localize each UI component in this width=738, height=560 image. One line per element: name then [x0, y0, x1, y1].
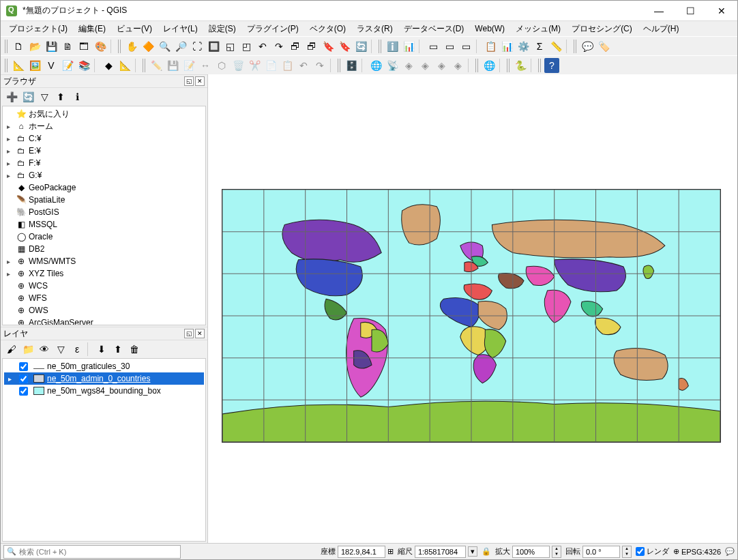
new-project-icon[interactable]: 🗋: [11, 39, 26, 54]
new-shp-icon[interactable]: 📐: [117, 58, 132, 73]
zoom-layer-icon[interactable]: ◰: [239, 39, 254, 54]
topo-icon[interactable]: ◈: [401, 58, 416, 73]
browser-item[interactable]: ▸🗀C:¥: [4, 132, 204, 145]
browser-item[interactable]: ▸⌂ホーム: [4, 120, 204, 132]
save-edits-icon[interactable]: 💾: [165, 58, 180, 73]
add-csv-icon[interactable]: 📝: [60, 58, 75, 73]
layers-style-icon[interactable]: 🖌: [4, 342, 19, 357]
rot-input[interactable]: [582, 546, 620, 558]
mag-spinner[interactable]: ▲▼: [552, 546, 561, 558]
topo3-icon[interactable]: ◈: [434, 58, 449, 73]
menu-layer[interactable]: レイヤ(L): [158, 22, 203, 36]
processing-icon[interactable]: ⚙️: [516, 39, 531, 54]
gps-icon[interactable]: 📡: [385, 58, 400, 73]
new-mapview-icon[interactable]: 🗗: [288, 39, 303, 54]
browser-item[interactable]: ◆GeoPackage: [4, 181, 204, 194]
delete-selected-icon[interactable]: 🗑️: [231, 58, 246, 73]
toolbar-grip[interactable]: [5, 40, 9, 53]
add-virtual-icon[interactable]: 📚: [76, 58, 91, 73]
pan-selection-icon[interactable]: 🔶: [141, 39, 156, 54]
zoom-out-icon[interactable]: 🔎: [173, 39, 188, 54]
menu-plugins[interactable]: プラグイン(P): [241, 22, 304, 36]
add-mesh-icon[interactable]: V: [44, 58, 59, 73]
menu-vector[interactable]: ベクタ(O): [304, 22, 351, 36]
browser-item[interactable]: ◧MSSQL: [4, 218, 204, 231]
refresh-icon[interactable]: 🔄: [353, 39, 368, 54]
menu-view[interactable]: ビュー(V): [111, 22, 158, 36]
map-frame[interactable]: [222, 189, 721, 443]
layers-tree[interactable]: ne_50m_graticules_30▸ne_50m_admin_0_coun…: [2, 358, 206, 542]
browser-item[interactable]: ⭐お気に入り: [4, 108, 204, 120]
maptips-icon[interactable]: 💬: [580, 39, 595, 54]
menu-web[interactable]: Web(W): [469, 23, 510, 35]
identify-icon[interactable]: ℹ️: [385, 39, 400, 54]
new-3dview-icon[interactable]: 🗗: [304, 39, 319, 54]
zoom-last-icon[interactable]: ↶: [255, 39, 270, 54]
browser-item[interactable]: ⊕WCS: [4, 280, 204, 292]
layers-remove-icon[interactable]: 🗑: [127, 342, 142, 357]
search-input[interactable]: [16, 546, 177, 558]
layer-visibility-checkbox[interactable]: [19, 362, 28, 371]
layers-add-group-icon[interactable]: 📁: [20, 342, 35, 357]
copy-icon[interactable]: 📄: [263, 58, 278, 73]
menu-mesh[interactable]: メッシュ(M): [510, 22, 566, 36]
render-checkbox[interactable]: [636, 547, 645, 556]
measure-icon[interactable]: 📏: [548, 39, 563, 54]
open-project-icon[interactable]: 📂: [27, 39, 42, 54]
toolbar-grip[interactable]: [143, 59, 147, 72]
layers-expand-icon[interactable]: ⬇: [94, 342, 109, 357]
zoom-in-icon[interactable]: 🔍: [157, 39, 172, 54]
toolbar-grip[interactable]: [475, 59, 479, 72]
menu-settings[interactable]: 設定(S): [203, 22, 241, 36]
mag-input[interactable]: [512, 546, 550, 558]
add-feature-icon[interactable]: 📝: [181, 58, 196, 73]
browser-item[interactable]: ◯Oracle: [4, 231, 204, 243]
metasearch-icon[interactable]: 🌐: [482, 58, 497, 73]
toolbar-grip[interactable]: [507, 59, 511, 72]
db-manager-icon[interactable]: 🗄️: [344, 58, 359, 73]
redo-icon[interactable]: ↷: [312, 58, 327, 73]
maximize-button[interactable]: ☐: [675, 1, 706, 21]
toolbar-grip[interactable]: [379, 40, 383, 53]
attribute-table-icon[interactable]: 📋: [483, 39, 498, 54]
minimize-button[interactable]: ―: [643, 1, 675, 21]
browser-collapse-icon[interactable]: ⬆: [53, 89, 68, 104]
menu-project[interactable]: プロジェクト(J): [3, 22, 73, 36]
toolbar-grip[interactable]: [5, 59, 9, 72]
scale-dropdown-icon[interactable]: ▾: [468, 546, 477, 557]
browser-item[interactable]: ▦DB2: [4, 243, 204, 255]
annotation-icon[interactable]: 🏷️: [596, 39, 611, 54]
browser-item[interactable]: ▸⊕WMS/WMTS: [4, 255, 204, 267]
browser-item[interactable]: 🪶SpatiaLite: [4, 194, 204, 206]
help-icon[interactable]: ?: [544, 58, 559, 73]
zoom-next-icon[interactable]: ↷: [271, 39, 286, 54]
deselect-icon[interactable]: ▭: [458, 39, 473, 54]
messages-icon[interactable]: 💬: [725, 547, 735, 556]
menu-processing[interactable]: プロセシング(C): [566, 22, 638, 36]
browser-close-button[interactable]: ✕: [195, 76, 205, 86]
undo-icon[interactable]: ↶: [296, 58, 311, 73]
layout-manager-icon[interactable]: 🗔: [76, 39, 91, 54]
saveas-project-icon[interactable]: 🗎: [60, 39, 75, 54]
pan-icon[interactable]: ✋: [124, 39, 139, 54]
browser-item[interactable]: ⊕WFS: [4, 292, 204, 304]
layer-item[interactable]: ▸ne_50m_admin_0_countries: [4, 372, 204, 385]
field-calc2-icon[interactable]: 📊: [499, 39, 514, 54]
browser-refresh-icon[interactable]: 🔄: [20, 89, 35, 104]
zoom-full-icon[interactable]: 🔲: [206, 39, 221, 54]
browser-item[interactable]: ▸⊕XYZ Tiles: [4, 267, 204, 280]
browser-add-icon[interactable]: ➕: [4, 89, 19, 104]
node-tool-icon[interactable]: ⬡: [214, 58, 229, 73]
add-vector-icon[interactable]: 📐: [11, 58, 26, 73]
extents-icon[interactable]: ⊞: [387, 547, 394, 556]
browser-float-button[interactable]: ◱: [184, 76, 194, 86]
bookmark-icon[interactable]: 🔖: [321, 39, 336, 54]
browser-item[interactable]: ⊕ArcGisMapServer: [4, 316, 204, 325]
zoom-selection-icon[interactable]: ◱: [222, 39, 237, 54]
browser-tree[interactable]: ⭐お気に入り▸⌂ホーム▸🗀C:¥▸🗀E:¥▸🗀F:¥▸🗀G:¥◆GeoPacka…: [2, 106, 206, 325]
toolbar-grip[interactable]: [538, 59, 542, 72]
layers-filter-icon[interactable]: ▽: [53, 342, 68, 357]
style-manager-icon[interactable]: 🎨: [93, 39, 108, 54]
layers-visibility-icon[interactable]: 👁: [37, 342, 52, 357]
browser-item[interactable]: ▸🗀F:¥: [4, 157, 204, 169]
